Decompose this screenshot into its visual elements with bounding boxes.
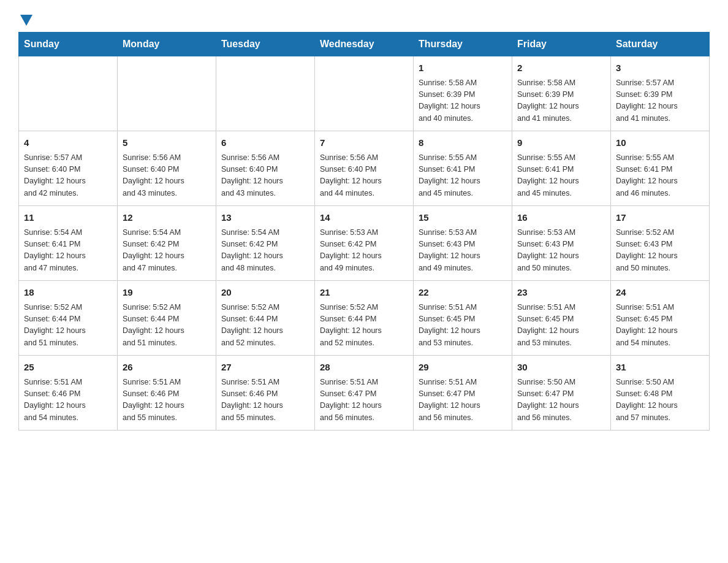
day-info: Sunrise: 5:53 AMSunset: 6:43 PMDaylight:… <box>419 227 507 275</box>
day-number: 8 <box>419 136 507 150</box>
day-number: 18 <box>24 286 112 300</box>
table-row: 17Sunrise: 5:52 AMSunset: 6:43 PMDayligh… <box>611 206 710 281</box>
logo <box>18 12 32 26</box>
col-thursday: Thursday <box>414 33 512 56</box>
day-info: Sunrise: 5:54 AMSunset: 6:41 PMDaylight:… <box>24 227 112 275</box>
day-number: 25 <box>24 361 112 375</box>
day-number: 4 <box>24 136 112 150</box>
table-row: 26Sunrise: 5:51 AMSunset: 6:46 PMDayligh… <box>118 356 216 431</box>
day-number: 6 <box>221 136 309 150</box>
day-number: 19 <box>123 286 211 300</box>
table-row: 31Sunrise: 5:50 AMSunset: 6:48 PMDayligh… <box>611 356 710 431</box>
day-number: 11 <box>24 211 112 225</box>
table-row: 19Sunrise: 5:52 AMSunset: 6:44 PMDayligh… <box>118 281 216 356</box>
table-row: 29Sunrise: 5:51 AMSunset: 6:47 PMDayligh… <box>414 356 512 431</box>
day-info: Sunrise: 5:50 AMSunset: 6:47 PMDaylight:… <box>517 377 605 424</box>
table-row: 25Sunrise: 5:51 AMSunset: 6:46 PMDayligh… <box>19 356 118 431</box>
table-row <box>19 56 118 131</box>
day-info: Sunrise: 5:52 AMSunset: 6:44 PMDaylight:… <box>123 302 211 350</box>
day-number: 7 <box>320 136 408 150</box>
day-info: Sunrise: 5:54 AMSunset: 6:42 PMDaylight:… <box>123 227 211 275</box>
calendar-week-row: 4Sunrise: 5:57 AMSunset: 6:40 PMDaylight… <box>19 131 710 206</box>
table-row: 22Sunrise: 5:51 AMSunset: 6:45 PMDayligh… <box>414 281 512 356</box>
table-row: 20Sunrise: 5:52 AMSunset: 6:44 PMDayligh… <box>216 281 315 356</box>
table-row: 18Sunrise: 5:52 AMSunset: 6:44 PMDayligh… <box>19 281 118 356</box>
day-info: Sunrise: 5:58 AMSunset: 6:39 PMDaylight:… <box>517 77 605 125</box>
table-row: 4Sunrise: 5:57 AMSunset: 6:40 PMDaylight… <box>19 131 118 206</box>
table-row: 11Sunrise: 5:54 AMSunset: 6:41 PMDayligh… <box>19 206 118 281</box>
day-number: 27 <box>221 361 309 375</box>
day-info: Sunrise: 5:56 AMSunset: 6:40 PMDaylight:… <box>123 152 211 200</box>
table-row: 9Sunrise: 5:55 AMSunset: 6:41 PMDaylight… <box>512 131 611 206</box>
day-number: 9 <box>517 136 605 150</box>
table-row: 10Sunrise: 5:55 AMSunset: 6:41 PMDayligh… <box>611 131 710 206</box>
day-number: 16 <box>517 211 605 225</box>
day-info: Sunrise: 5:55 AMSunset: 6:41 PMDaylight:… <box>616 152 704 200</box>
table-row: 14Sunrise: 5:53 AMSunset: 6:42 PMDayligh… <box>315 206 414 281</box>
day-info: Sunrise: 5:51 AMSunset: 6:46 PMDaylight:… <box>221 377 309 424</box>
day-number: 12 <box>123 211 211 225</box>
day-number: 20 <box>221 286 309 300</box>
day-info: Sunrise: 5:51 AMSunset: 6:46 PMDaylight:… <box>24 377 112 424</box>
day-info: Sunrise: 5:52 AMSunset: 6:43 PMDaylight:… <box>616 227 704 275</box>
table-row <box>118 56 216 131</box>
table-row: 2Sunrise: 5:58 AMSunset: 6:39 PMDaylight… <box>512 56 611 131</box>
col-monday: Monday <box>118 33 216 56</box>
day-number: 2 <box>517 61 605 75</box>
table-row: 24Sunrise: 5:51 AMSunset: 6:45 PMDayligh… <box>611 281 710 356</box>
table-row: 30Sunrise: 5:50 AMSunset: 6:47 PMDayligh… <box>512 356 611 431</box>
table-row: 6Sunrise: 5:56 AMSunset: 6:40 PMDaylight… <box>216 131 315 206</box>
day-number: 5 <box>123 136 211 150</box>
day-info: Sunrise: 5:53 AMSunset: 6:43 PMDaylight:… <box>517 227 605 275</box>
col-tuesday: Tuesday <box>216 33 315 56</box>
table-row: 3Sunrise: 5:57 AMSunset: 6:39 PMDaylight… <box>611 56 710 131</box>
col-wednesday: Wednesday <box>315 33 414 56</box>
day-number: 13 <box>221 211 309 225</box>
page-header <box>18 12 710 26</box>
table-row: 8Sunrise: 5:55 AMSunset: 6:41 PMDaylight… <box>414 131 512 206</box>
table-row: 1Sunrise: 5:58 AMSunset: 6:39 PMDaylight… <box>414 56 512 131</box>
day-number: 24 <box>616 286 704 300</box>
day-info: Sunrise: 5:57 AMSunset: 6:40 PMDaylight:… <box>24 152 112 200</box>
table-row: 15Sunrise: 5:53 AMSunset: 6:43 PMDayligh… <box>414 206 512 281</box>
day-info: Sunrise: 5:53 AMSunset: 6:42 PMDaylight:… <box>320 227 408 275</box>
calendar-header-row: Sunday Monday Tuesday Wednesday Thursday… <box>19 33 710 56</box>
day-number: 14 <box>320 211 408 225</box>
day-info: Sunrise: 5:52 AMSunset: 6:44 PMDaylight:… <box>24 302 112 350</box>
day-number: 3 <box>616 61 704 75</box>
day-info: Sunrise: 5:51 AMSunset: 6:47 PMDaylight:… <box>419 377 507 424</box>
day-number: 31 <box>616 361 704 375</box>
day-number: 30 <box>517 361 605 375</box>
day-info: Sunrise: 5:52 AMSunset: 6:44 PMDaylight:… <box>320 302 408 350</box>
day-number: 29 <box>419 361 507 375</box>
calendar-table: Sunday Monday Tuesday Wednesday Thursday… <box>18 32 710 431</box>
table-row: 23Sunrise: 5:51 AMSunset: 6:45 PMDayligh… <box>512 281 611 356</box>
table-row: 21Sunrise: 5:52 AMSunset: 6:44 PMDayligh… <box>315 281 414 356</box>
day-number: 15 <box>419 211 507 225</box>
day-number: 22 <box>419 286 507 300</box>
day-info: Sunrise: 5:57 AMSunset: 6:39 PMDaylight:… <box>616 77 704 125</box>
day-info: Sunrise: 5:55 AMSunset: 6:41 PMDaylight:… <box>517 152 605 200</box>
day-info: Sunrise: 5:56 AMSunset: 6:40 PMDaylight:… <box>221 152 309 200</box>
table-row: 13Sunrise: 5:54 AMSunset: 6:42 PMDayligh… <box>216 206 315 281</box>
day-number: 26 <box>123 361 211 375</box>
day-number: 17 <box>616 211 704 225</box>
day-info: Sunrise: 5:52 AMSunset: 6:44 PMDaylight:… <box>221 302 309 350</box>
day-info: Sunrise: 5:51 AMSunset: 6:45 PMDaylight:… <box>419 302 507 350</box>
day-info: Sunrise: 5:51 AMSunset: 6:46 PMDaylight:… <box>123 377 211 424</box>
table-row: 28Sunrise: 5:51 AMSunset: 6:47 PMDayligh… <box>315 356 414 431</box>
day-info: Sunrise: 5:51 AMSunset: 6:45 PMDaylight:… <box>517 302 605 350</box>
day-number: 23 <box>517 286 605 300</box>
table-row <box>315 56 414 131</box>
day-number: 28 <box>320 361 408 375</box>
calendar-week-row: 11Sunrise: 5:54 AMSunset: 6:41 PMDayligh… <box>19 206 710 281</box>
table-row: 16Sunrise: 5:53 AMSunset: 6:43 PMDayligh… <box>512 206 611 281</box>
table-row: 7Sunrise: 5:56 AMSunset: 6:40 PMDaylight… <box>315 131 414 206</box>
day-info: Sunrise: 5:51 AMSunset: 6:45 PMDaylight:… <box>616 302 704 350</box>
day-info: Sunrise: 5:58 AMSunset: 6:39 PMDaylight:… <box>419 77 507 125</box>
table-row: 27Sunrise: 5:51 AMSunset: 6:46 PMDayligh… <box>216 356 315 431</box>
calendar-week-row: 1Sunrise: 5:58 AMSunset: 6:39 PMDaylight… <box>19 56 710 131</box>
day-number: 21 <box>320 286 408 300</box>
table-row: 5Sunrise: 5:56 AMSunset: 6:40 PMDaylight… <box>118 131 216 206</box>
day-info: Sunrise: 5:56 AMSunset: 6:40 PMDaylight:… <box>320 152 408 200</box>
